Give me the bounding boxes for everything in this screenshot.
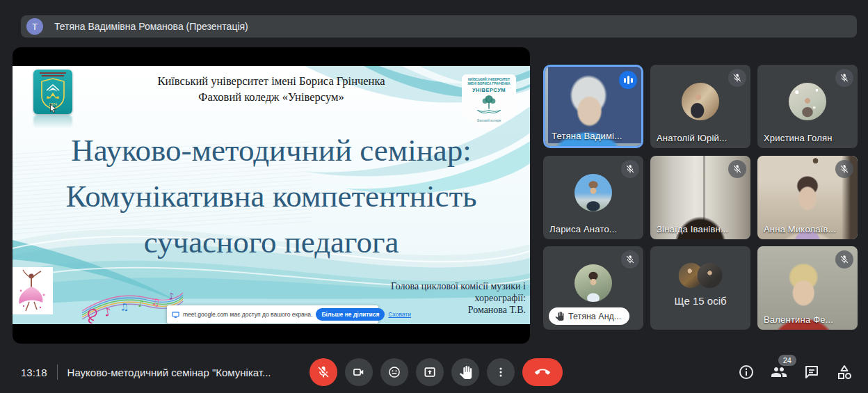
meet-control-bar: 13:18 Науково-методичний семінар "Комуні… — [0, 351, 868, 393]
slide-university-header: Київський університет імені Бориса Грінч… — [13, 73, 530, 105]
mic-off-icon — [835, 160, 853, 178]
presenter-banner-title: Тетяна Вадимівна Романова (Презентація) — [54, 21, 248, 32]
hide-toast-link[interactable]: Сховати — [388, 311, 411, 318]
participant-name: Валентина Фе... — [764, 314, 833, 325]
participant-name: Тетяна Вадимі... — [552, 131, 622, 141]
svg-text:♪: ♪ — [168, 291, 175, 302]
slide-title: Науково-методичний семінар: Комунікативн… — [13, 127, 530, 265]
participant-name: Христина Голян — [764, 133, 833, 143]
credit-line1: Голова циклової комісії музики і — [338, 280, 526, 292]
participant-avatar — [789, 83, 826, 120]
university-name: Київський університет імені Бориса Грінч… — [13, 73, 530, 89]
logo-reflection — [33, 115, 72, 129]
participant-name: Лариса Анато... — [549, 224, 617, 234]
overflow-avatar-2 — [698, 263, 723, 288]
end-call-button[interactable] — [522, 358, 563, 386]
credit-line2: хореографії: — [338, 292, 526, 304]
presentation-slide: Київський університет імені Бориса Грінч… — [13, 66, 530, 324]
mouse-cursor-icon — [49, 103, 58, 114]
tile-khrystyna[interactable]: Христина Голян — [757, 65, 858, 148]
tile-anatoliy[interactable]: Анатолій Юрій... — [650, 65, 750, 148]
logo-right-header: КИЇВСЬКИЙ УНІВЕРСИТЕТ ІМЕНІ БОРИСА ГРІНЧ… — [462, 74, 516, 86]
participants-button[interactable]: 24 — [771, 364, 787, 380]
slide-title-line3: сучасного педагога — [13, 219, 530, 265]
hand-icon — [459, 366, 472, 379]
raised-hand-icon — [555, 312, 564, 321]
google-meet-window: Т Тетяна Вадимівна Романова (Презентація… — [0, 0, 868, 393]
participant-count-badge: 24 — [778, 355, 796, 366]
slide-title-line1: Науково-методичний семінар: — [13, 127, 530, 173]
ballerina-image — [13, 267, 53, 314]
raised-hand-pill: Тетяна Анд... — [549, 307, 629, 325]
activities-icon — [836, 364, 853, 380]
tile-tetyana-vadymivna[interactable]: Тетяна Вадимі... — [543, 65, 643, 148]
overflow-avatars — [679, 263, 723, 288]
screen-share-message: meet.google.com має доступ до вашого екр… — [183, 311, 312, 318]
reactions-button[interactable] — [380, 358, 408, 386]
more-options-button[interactable] — [487, 358, 515, 386]
clock-time: 13:18 — [21, 367, 47, 378]
present-screen-button[interactable] — [416, 358, 444, 386]
svg-text:♪: ♪ — [103, 305, 113, 319]
slide-title-line2: Комунікативна компетентність — [13, 173, 530, 219]
mic-off-icon — [835, 250, 853, 268]
meeting-title: Науково-методичний семінар "Комунікат... — [67, 367, 271, 378]
more-participants-label: Ще 15 осіб — [650, 295, 750, 307]
tile-tetyana-andriivna[interactable]: Тетяна Анд... — [543, 246, 643, 330]
speaking-indicator-icon — [619, 71, 637, 89]
tile-valentyna[interactable]: Валентина Фе... — [757, 246, 858, 330]
info-icon — [738, 364, 755, 380]
mic-off-icon — [621, 160, 639, 178]
tile-larysa[interactable]: Лариса Анато... — [543, 156, 643, 239]
college-name: Фаховий коледж «Універсум» — [13, 89, 530, 105]
stop-sharing-button[interactable]: Більше не ділитися — [316, 308, 385, 321]
mic-off-icon — [621, 250, 639, 268]
mic-mute-button[interactable] — [310, 358, 337, 386]
meeting-details-button[interactable] — [738, 364, 755, 380]
divider — [57, 364, 58, 380]
participant-avatar — [682, 83, 719, 120]
tree-book-emblem — [469, 93, 508, 115]
mic-off-icon — [728, 160, 746, 178]
people-icon — [771, 364, 787, 380]
activities-button[interactable] — [836, 364, 853, 380]
mic-off-icon — [728, 69, 746, 87]
tile-anna[interactable]: Анна Миколаїв... — [757, 156, 858, 239]
mic-off-icon — [835, 69, 853, 87]
participant-name: Анатолій Юрій... — [657, 133, 727, 143]
screen-share-icon — [172, 311, 179, 319]
participant-name: Тетяна Анд... — [568, 312, 621, 321]
screen-share-toast: meet.google.com має доступ до вашого екр… — [167, 305, 378, 323]
more-vert-icon — [494, 365, 508, 379]
participant-avatar — [574, 174, 612, 211]
present-icon — [423, 365, 437, 379]
call-end-icon — [535, 364, 550, 380]
svg-text:♫: ♫ — [119, 300, 129, 313]
tile-more-participants[interactable]: Ще 15 осіб — [650, 246, 750, 330]
participant-name: Зінаїда Іванівн... — [657, 224, 728, 234]
chat-icon — [803, 364, 820, 380]
participant-name: Анна Миколаїв... — [764, 224, 836, 234]
emoji-icon — [387, 365, 401, 379]
chat-button[interactable] — [803, 364, 820, 380]
participant-avatar — [574, 264, 612, 302]
presenter-banner: Т Тетяна Вадимівна Романова (Презентація… — [21, 15, 857, 38]
svg-text:♪: ♪ — [138, 298, 143, 309]
presentation-stage[interactable]: Київський університет імені Бориса Грінч… — [13, 47, 530, 344]
presenter-avatar: Т — [26, 18, 43, 35]
mic-off-icon — [316, 365, 330, 379]
videocam-icon — [352, 365, 366, 379]
raise-hand-button[interactable] — [451, 358, 479, 386]
tile-zinaida[interactable]: Зінаїда Іванівн... — [650, 156, 750, 239]
camera-button[interactable] — [345, 358, 373, 386]
logo-right-name: УНІВЕРСУМ — [462, 87, 516, 93]
